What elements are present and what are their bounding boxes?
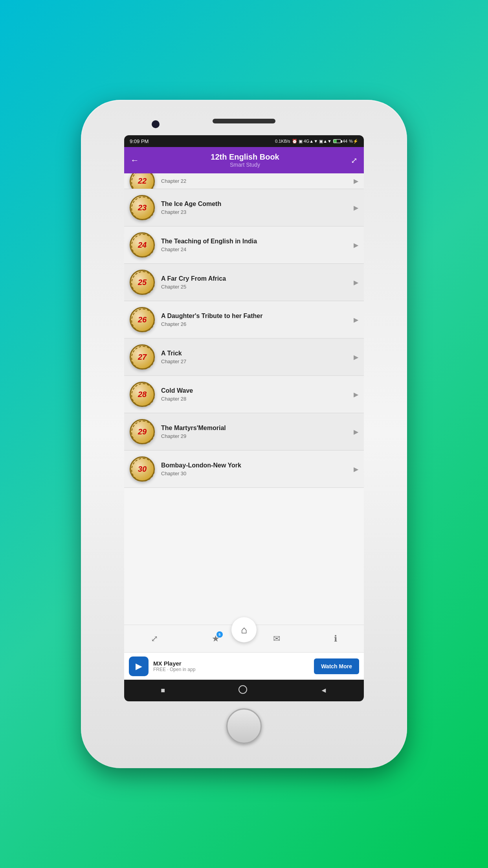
chapter-title: The Martyrs'Memorial: [161, 425, 350, 432]
chapter-text: A Daughter's Tribute to her Father Chapt…: [161, 313, 350, 327]
chapter-badge: 27: [130, 344, 155, 370]
home-icon: ⌂: [241, 624, 247, 636]
chapter-number: 29: [138, 427, 147, 436]
ad-banner: ▶ MX Player FREE · Open in app Watch Mor…: [124, 652, 364, 680]
phone-earpiece: [213, 119, 275, 123]
chapter-number: 24: [138, 241, 147, 250]
ad-play-icon: ▶: [136, 661, 142, 671]
home-button[interactable]: [238, 685, 247, 696]
battery-fill: [334, 140, 337, 143]
chapter-subtitle: Chapter 29: [161, 433, 350, 439]
chapter-arrow-icon: ▶: [354, 428, 358, 436]
chapter-arrow-icon: ▶: [354, 177, 358, 185]
chapter-badge: 24: [130, 232, 155, 257]
chapter-arrow-icon: ▶: [354, 465, 358, 473]
bottom-nav: ⤢ ★ 5 ⌂ ✉ ℹ: [124, 625, 364, 652]
status-right: 0.1KB/s ⏰ ▣ 4G▲▼ ▣▲▼ 44%⚡: [275, 139, 358, 144]
chapter-title: A Trick: [161, 350, 350, 357]
ad-subtext: FREE · Open in app: [153, 667, 314, 672]
chapter-subtitle: Chapter 23: [161, 209, 350, 215]
battery-icon: [333, 139, 341, 143]
list-item[interactable]: 28 Cold Wave Chapter 28 ▶: [124, 376, 364, 413]
chapter-text: The Teaching of English in India Chapter…: [161, 238, 350, 252]
share-nav-button[interactable]: ⤢: [151, 634, 158, 644]
favorites-badge: 5: [216, 631, 223, 638]
list-item[interactable]: 23 The Ice Age Cometh Chapter 23 ▶: [124, 189, 364, 226]
chapter-number: 22: [138, 177, 147, 186]
chapter-badge: 26: [130, 307, 155, 332]
header-title-block: 12th English Book Smart Study: [139, 153, 351, 168]
app-header: ← 12th English Book Smart Study ⤢: [124, 147, 364, 173]
chapter-text: The Ice Age Cometh Chapter 23: [161, 200, 350, 215]
chapter-badge: 29: [130, 419, 155, 444]
chapter-arrow-icon: ▶: [354, 279, 358, 286]
chapter-number: 23: [138, 203, 147, 212]
recent-apps-button[interactable]: ■: [161, 686, 165, 695]
list-item[interactable]: 26 A Daughter's Tribute to her Father Ch…: [124, 301, 364, 338]
chapter-list: 22 Chapter 22 ▶ 23 The Ice Age Cometh Ch…: [124, 173, 364, 625]
chapter-text: Bombay-London-New York Chapter 30: [161, 462, 350, 476]
chapter-title: Cold Wave: [161, 387, 350, 394]
chapter-number: 28: [138, 390, 147, 399]
chapter-subtitle: Chapter 24: [161, 246, 350, 252]
chapter-number: 25: [138, 278, 147, 287]
list-item[interactable]: 30 Bombay-London-New York Chapter 30 ▶: [124, 451, 364, 488]
chapter-number: 26: [138, 315, 147, 324]
app-subtitle: Smart Study: [139, 162, 351, 168]
chapter-text: A Far Cry From Africa Chapter 25: [161, 275, 350, 290]
home-nav-button[interactable]: ⌂: [231, 617, 257, 642]
chapter-subtitle: Chapter 28: [161, 396, 350, 402]
chapter-title: The Teaching of English in India: [161, 238, 350, 245]
chapter-subtitle: Chapter 27: [161, 359, 350, 364]
chapter-subtitle: Chapter 26: [161, 321, 350, 327]
phone-frame: 9:09 PM 0.1KB/s ⏰ ▣ 4G▲▼ ▣▲▼ 44%⚡ ← 12th…: [81, 100, 407, 768]
favorites-nav-button[interactable]: ★ 5: [212, 634, 220, 644]
list-item[interactable]: 24 The Teaching of English in India Chap…: [124, 226, 364, 264]
home-circle-icon: [238, 685, 247, 694]
chapter-arrow-icon: ▶: [354, 241, 358, 249]
chapter-subtitle: Chapter 22: [161, 178, 350, 184]
status-icons: ⏰ ▣ 4G▲▼ ▣▲▼: [292, 139, 332, 144]
chapter-badge: 23: [130, 195, 155, 220]
chapter-text: Cold Wave Chapter 28: [161, 387, 350, 402]
chapter-arrow-icon: ▶: [354, 353, 358, 361]
chapter-arrow-icon: ▶: [354, 204, 358, 211]
chapter-title: A Daughter's Tribute to her Father: [161, 313, 350, 320]
chapter-text: Chapter 22: [161, 178, 350, 184]
chapter-text: The Martyrs'Memorial Chapter 29: [161, 425, 350, 439]
ad-app-name: MX Player: [153, 660, 314, 667]
list-item[interactable]: 29 The Martyrs'Memorial Chapter 29 ▶: [124, 413, 364, 451]
chapter-title: The Ice Age Cometh: [161, 200, 350, 208]
list-item[interactable]: 27 A Trick Chapter 27 ▶: [124, 338, 364, 376]
chapter-number: 30: [138, 465, 147, 474]
mail-nav-button[interactable]: ✉: [273, 634, 280, 644]
system-nav-bar: ■ ◄: [124, 680, 364, 701]
chapter-title: Bombay-London-New York: [161, 462, 350, 469]
phone-camera: [152, 120, 160, 128]
list-item[interactable]: 22 Chapter 22 ▶: [124, 173, 364, 189]
physical-home-button[interactable]: [226, 708, 262, 744]
status-time: 9:09 PM: [130, 138, 149, 144]
app-title: 12th English Book: [139, 153, 351, 162]
chapter-badge: 25: [130, 270, 155, 295]
phone-screen: 9:09 PM 0.1KB/s ⏰ ▣ 4G▲▼ ▣▲▼ 44%⚡ ← 12th…: [124, 135, 364, 701]
ad-watch-button[interactable]: Watch More: [314, 658, 359, 674]
chapter-number: 27: [138, 353, 147, 362]
back-button[interactable]: ←: [130, 155, 139, 166]
chapter-badge: 28: [130, 382, 155, 407]
info-nav-button[interactable]: ℹ: [334, 634, 337, 644]
chapter-subtitle: Chapter 30: [161, 471, 350, 476]
status-bar: 9:09 PM 0.1KB/s ⏰ ▣ 4G▲▼ ▣▲▼ 44%⚡: [124, 135, 364, 147]
share-button[interactable]: ⤢: [351, 156, 358, 165]
chapter-subtitle: Chapter 25: [161, 284, 350, 290]
network-speed: 0.1KB/s: [275, 139, 290, 143]
list-item[interactable]: 25 A Far Cry From Africa Chapter 25 ▶: [124, 264, 364, 301]
ad-logo: ▶: [129, 657, 149, 676]
chapter-arrow-icon: ▶: [354, 391, 358, 398]
back-button-system[interactable]: ◄: [320, 686, 327, 695]
chapter-title: A Far Cry From Africa: [161, 275, 350, 282]
chapter-badge: 30: [130, 456, 155, 482]
chapter-text: A Trick Chapter 27: [161, 350, 350, 364]
battery-percent: 44: [343, 139, 347, 143]
chapter-arrow-icon: ▶: [354, 316, 358, 324]
